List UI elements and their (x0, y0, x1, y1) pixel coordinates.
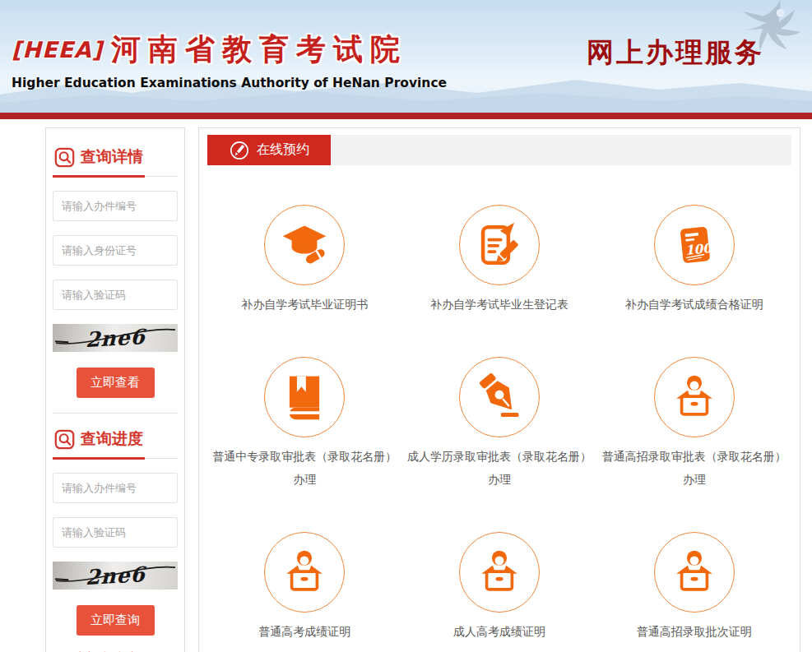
magnifier-icon (54, 147, 75, 168)
service-label: 补办自学考试毕业证明书 (241, 294, 368, 316)
service-label: 普通中专录取审批表（录取花名册）办理 (211, 446, 397, 491)
progress-captcha-input[interactable] (53, 517, 178, 548)
query-detail-header: 查询详情 (53, 145, 178, 175)
tab-bar: 在线预约 (207, 135, 791, 165)
online-reservation-panel: 在线预约 补办自学考试毕业证明书 补办自学考试毕业生登记表 补办自学考试成绩合格… (198, 127, 800, 652)
service-label: 补办自学考试毕业生登记表 (430, 294, 568, 316)
person-laptop-icon (670, 373, 718, 421)
graduation-cap-icon (281, 221, 328, 269)
tab-label: 在线预约 (257, 141, 309, 159)
service-label: 补办自学考试成绩合格证明 (625, 294, 763, 316)
person-laptop-icon (476, 548, 523, 596)
service-label: 成人高考成绩证明 (453, 621, 545, 643)
brand-block: [HEEA] 河南省教育考试院 Higher Education Examina… (12, 30, 447, 90)
sidebar-divider (53, 413, 178, 414)
service-label: 普通高招录取审批表（录取花名册）办理 (601, 446, 787, 491)
query-detail-title: 查询详情 (81, 146, 143, 168)
service-item-admission-batch-certificate[interactable]: 普通高招录取批次证明 (596, 532, 791, 643)
person-laptop-icon (670, 548, 718, 596)
service-label: 成人学历录取审批表（录取花名册）办理 (406, 446, 592, 491)
pen-nib-icon (476, 373, 523, 421)
service-item-adult-exam-score-certificate[interactable]: 成人高考成绩证明 (402, 532, 597, 643)
page-title: 网上办理服务 (587, 35, 764, 72)
captcha-input[interactable] (53, 280, 178, 310)
view-now-button[interactable]: 立即查看 (77, 368, 155, 398)
service-item-graduate-registration[interactable]: 补办自学考试毕业生登记表 (402, 205, 597, 316)
heea-logo: [HEEA] (12, 37, 103, 62)
service-item-gaokao-admission-form[interactable]: 普通高招录取审批表（录取花名册）办理 (596, 357, 791, 491)
site-subtitle: Higher Education Examinations Authority … (12, 76, 447, 90)
captcha-noise-line (53, 562, 178, 590)
service-item-score-pass-certificate[interactable]: 补办自学考试成绩合格证明 (596, 205, 791, 316)
query-progress-title: 查询进度 (81, 428, 143, 450)
site-header: [HEEA] 河南省教育考试院 Higher Education Examina… (0, 0, 812, 113)
magnifier-icon (54, 429, 75, 450)
service-item-secondary-admission-form[interactable]: 普通中专录取审批表（录取花名册）办理 (207, 357, 402, 491)
query-now-button[interactable]: 立即查询 (77, 605, 155, 636)
service-item-gaokao-score-certificate[interactable]: 普通高考成绩证明 (207, 532, 402, 643)
pencil-circle-icon (229, 140, 250, 161)
service-label: 普通高招录取批次证明 (637, 621, 752, 643)
header-divider-bar (0, 113, 812, 119)
section-underline (53, 457, 178, 460)
service-item-diploma-certificate[interactable]: 补办自学考试毕业证明书 (207, 205, 402, 316)
book-icon (281, 373, 328, 421)
captcha-noise-line (53, 324, 178, 352)
service-item-adult-admission-form[interactable]: 成人学历录取审批表（录取花名册）办理 (402, 357, 597, 491)
score-100-icon (670, 221, 718, 269)
id-number-input[interactable] (53, 235, 178, 266)
document-pencil-icon (476, 221, 523, 269)
query-sidebar: 查询详情 2ne6 立即查看 查询进度 2ne6 (45, 127, 185, 652)
case-number-input[interactable] (53, 191, 178, 221)
services-grid: 补办自学考试毕业证明书 补办自学考试毕业生登记表 补办自学考试成绩合格证明 普通… (207, 205, 791, 643)
query-progress-header: 查询进度 (53, 427, 178, 457)
tab-online-reservation[interactable]: 在线预约 (207, 135, 331, 165)
section-underline (53, 175, 178, 178)
person-laptop-icon (281, 548, 328, 596)
progress-case-number-input[interactable] (53, 473, 178, 503)
captcha-image[interactable]: 2ne6 (53, 562, 178, 590)
site-title: 河南省教育考试院 (111, 30, 407, 70)
service-label: 普通高考成绩证明 (258, 621, 350, 643)
captcha-image[interactable]: 2ne6 (53, 324, 178, 352)
